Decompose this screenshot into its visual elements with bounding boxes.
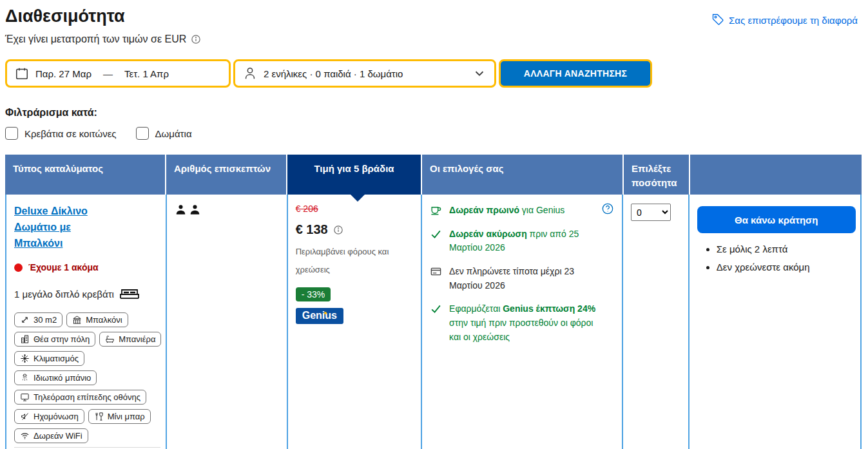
- room-name-link[interactable]: Deluxe Δίκλινο Δωμάτιο με Μπαλκόνι: [14, 204, 112, 251]
- price-match-link[interactable]: Σας επιστρέφουμε τη διαφορά: [711, 13, 858, 28]
- checkbox-rooms[interactable]: [136, 127, 149, 140]
- choices-cell: Δωρεάν πρωινό για Genius Δωρεάν ακύρωση …: [422, 195, 623, 449]
- original-price: € 206: [296, 204, 413, 214]
- feature-soundproof: Ηχομόνωση: [14, 409, 84, 424]
- filter-dorm-beds[interactable]: Κρεβάτια σε κοιτώνες: [5, 127, 117, 140]
- feature-label: Μπανιέρα: [119, 334, 155, 344]
- reserve-note: Σε μόλις 2 λεπτά: [717, 244, 853, 254]
- person-icon: [243, 66, 257, 81]
- occupancy-summary: 2 ενήλικες · 0 παιδιά · 1 δωμάτιο: [264, 68, 403, 79]
- feature-city-view: Θέα στην πόλη: [14, 332, 95, 347]
- header-select-quantity: Επιλέξτε ποσότητα: [624, 155, 690, 195]
- calendar-icon: [15, 66, 29, 81]
- cell-divider: [14, 447, 160, 448]
- checkout-date: Τετ. 1 Απρ: [124, 68, 169, 79]
- feature-air-conditioning: Κλιματισμός: [14, 351, 84, 366]
- credit-card-icon: [430, 265, 442, 278]
- bed-info-text: 1 μεγάλο διπλό κρεβάτι: [14, 289, 114, 300]
- bed-info: 1 μεγάλο διπλό κρεβάτι: [14, 287, 158, 300]
- room-row: Deluxe Δίκλινο Δωμάτιο με Μπαλκόνι Έχουμ…: [5, 195, 862, 449]
- size-icon: [20, 315, 30, 325]
- filter-label: Φιλτράρισμα κατά:: [5, 107, 97, 119]
- feature-label: Μίνι μπαρ: [108, 412, 145, 421]
- table-header-row: Τύπος καταλύματος Αριθμός επισκεπτών Τιμ…: [5, 155, 862, 195]
- filter-rooms[interactable]: Δωμάτια: [136, 127, 192, 140]
- room-type-cell: Deluxe Δίκλινο Δωμάτιο με Μπαλκόνι Έχουμ…: [6, 195, 167, 449]
- header-your-choices: Οι επιλογές σας: [422, 155, 624, 195]
- private-bathroom-icon: [20, 373, 30, 383]
- currency-note: Έχει γίνει μετατροπή των τιμών σε EUR: [5, 33, 201, 45]
- feature-label: Ηχομόνωση: [34, 412, 79, 421]
- feature-label: Κλιματισμός: [34, 354, 79, 363]
- scarcity-text: Έχουμε 1 ακόμα: [28, 262, 99, 272]
- feature-label: Θέα στην πόλη: [34, 334, 90, 344]
- feature-balcony: Μπαλκόνι: [66, 312, 128, 327]
- filter-row: Κρεβάτια σε κοιτώνες Δωμάτια: [5, 127, 192, 140]
- date-separator: —: [103, 68, 113, 79]
- feature-minibar: Μίνι μπαρ: [88, 409, 151, 424]
- option-genius-discount: Εφαρμόζεται Genius έκπτωση 24% στην τιμή…: [430, 302, 605, 344]
- header-empty: [690, 155, 862, 195]
- occupancy-selector[interactable]: 2 ενήλικες · 0 παιδιά · 1 δωμάτιο: [233, 59, 496, 88]
- feature-flatscreen-tv: Τηλεόραση επίπεδης οθόνης: [14, 390, 146, 405]
- price-match-label: Σας επιστρέφουμε τη διαφορά: [729, 15, 858, 26]
- feature-label: Τηλεόραση επίπεδης οθόνης: [34, 392, 140, 402]
- header-price: Τιμή για 5 βράδια: [287, 155, 422, 195]
- scarcity-indicator: Έχουμε 1 ακόμα: [14, 262, 158, 272]
- checkbox-dorm-beds[interactable]: [5, 127, 18, 140]
- option-no-prepayment: Δεν πληρώνετε τίποτα μέχρι 23 Μαρτίου 20…: [430, 265, 605, 292]
- wifi-icon: [20, 431, 30, 441]
- tv-icon: [20, 392, 30, 402]
- balcony-icon: [72, 315, 82, 325]
- price-cell: € 206 € 138 Περιλαμβάνει φόρους και χρεώ…: [288, 195, 422, 449]
- feature-bathtub: Μπανιέρα: [99, 332, 161, 347]
- feature-label: Ιδιωτικό μπάνιο: [34, 373, 91, 383]
- check-icon: [430, 303, 442, 315]
- guest-icon: [189, 204, 201, 216]
- double-bed-icon: [119, 287, 140, 300]
- reserve-notes: Σε μόλις 2 λεπτά Δεν χρεώνεστε ακόμη: [717, 244, 853, 272]
- date-range-picker[interactable]: Παρ. 27 Μαρ — Τετ. 1 Απρ: [5, 59, 231, 88]
- availability-page: Διαθεσιμότητα Σας επιστρέφουμε τη διαφορ…: [0, 0, 868, 449]
- feature-label: 30 m2: [34, 315, 57, 325]
- tag-icon: [711, 13, 724, 28]
- city-view-icon: [20, 334, 30, 344]
- info-icon[interactable]: [191, 34, 201, 44]
- reserve-cell: Θα κάνω κράτηση Σε μόλις 2 λεπτά Δεν χρε…: [690, 195, 860, 449]
- feature-private-bathroom: Ιδιωτικό μπάνιο: [14, 370, 97, 385]
- coffee-cup-icon: [430, 204, 442, 216]
- filter-rooms-label: Δωμάτια: [155, 128, 192, 139]
- checkin-date: Παρ. 27 Μαρ: [35, 68, 92, 79]
- feature-free-wifi: Δωρεάν WiFi: [14, 428, 88, 443]
- help-question-icon[interactable]: [601, 202, 614, 215]
- guest-icons: [175, 204, 278, 216]
- room-features: 30 m2 Μπαλκόνι Θέα στην πόλη Μπανιέρα: [14, 312, 164, 443]
- quantity-cell: 0: [623, 195, 690, 449]
- price-info-icon[interactable]: [333, 225, 343, 235]
- air-conditioning-icon: [20, 354, 30, 363]
- soundproof-icon: [20, 412, 30, 421]
- guest-icon: [175, 204, 187, 216]
- header-accommodation-type: Τύπος καταλύματος: [5, 155, 166, 195]
- change-search-button[interactable]: ΑΛΛΑΓΗ ΑΝΑΖΗΤΗΣΗΣ: [499, 59, 652, 88]
- discount-badge: - 33%: [296, 287, 331, 301]
- minibar-icon: [94, 412, 104, 421]
- genius-badge: Genius: [296, 308, 343, 324]
- option-free-cancellation: Δωρεάν ακύρωση πριν από 25 Μαρτίου 2026: [430, 227, 605, 255]
- feature-label: Δωρεάν WiFi: [34, 431, 82, 441]
- bathtub-icon: [105, 334, 115, 344]
- feature-label: Μπαλκόνι: [86, 315, 122, 325]
- taxes-note: Περιλαμβάνει φόρους και χρεώσεις: [296, 243, 407, 279]
- feature-room-size: 30 m2: [14, 312, 63, 327]
- search-bar: Παρ. 27 Μαρ — Τετ. 1 Απρ 2 ενήλικες · 0 …: [5, 59, 652, 88]
- check-icon: [430, 228, 442, 240]
- chevron-down-icon: [472, 66, 487, 81]
- guest-count-cell: [167, 195, 287, 449]
- currency-note-text: Έχει γίνει μετατροπή των τιμών σε EUR: [5, 33, 186, 45]
- availability-table: Τύπος καταλύματος Αριθμός επισκεπτών Τιμ…: [5, 155, 862, 449]
- reserve-button[interactable]: Θα κάνω κράτηση: [697, 206, 856, 233]
- reserve-note: Δεν χρεώνεστε ακόμη: [717, 262, 853, 272]
- quantity-select[interactable]: 0: [631, 204, 671, 221]
- filter-dorm-beds-label: Κρεβάτια σε κοιτώνες: [24, 128, 117, 139]
- scarcity-dot-icon: [14, 263, 23, 272]
